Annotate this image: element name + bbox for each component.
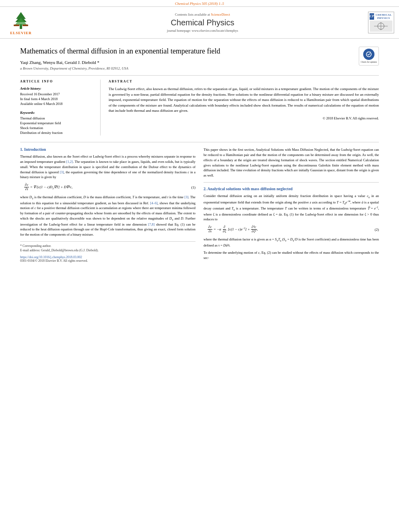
ref-1-2[interactable]: [1,2] bbox=[66, 160, 73, 164]
ref-4-6[interactable]: [4–6] bbox=[150, 201, 157, 205]
doi-link[interactable]: https://doi.org/10.1016/j.chemphys.2018.… bbox=[20, 255, 82, 259]
section-divider bbox=[204, 182, 379, 183]
elsevier-logo: ELSEVIER bbox=[5, 10, 37, 35]
body-right-col: This paper shows in the first section, A… bbox=[204, 147, 379, 263]
elsevier-tree-icon bbox=[9, 10, 33, 30]
journal-title: Chemical Physics bbox=[41, 18, 364, 27]
abstract-column: ABSTRACT The Ludwig-Soret effect, also k… bbox=[109, 80, 379, 136]
article-title: Mathematics of thermal diffusion in an e… bbox=[20, 47, 355, 56]
svg-rect-5 bbox=[23, 25, 28, 26]
sciencedirect-anchor[interactable]: ScienceDirect bbox=[211, 12, 230, 16]
abstract-heading: ABSTRACT bbox=[109, 80, 379, 83]
intro-para-1: Thermal diffusion, also known as the Sor… bbox=[20, 154, 195, 180]
cp-image bbox=[370, 21, 393, 32]
eq-1-number: (1) bbox=[185, 185, 195, 189]
check-updates-badge: Check for updates bbox=[359, 47, 379, 66]
section1-title: 1. Introduction bbox=[20, 147, 195, 152]
sciencedirect-link: Contents lists available at ScienceDirec… bbox=[41, 12, 364, 16]
article-title-text: Mathematics of thermal diffusion in an e… bbox=[20, 47, 355, 70]
journal-citation: Chemical Physics 505 (2018) 1–5 bbox=[0, 0, 399, 6]
svg-rect-4 bbox=[14, 25, 19, 26]
equation-1-block: ∂c ∂t = ∇·[c(1 − c)DT∇T] + D∇²c, (1) bbox=[20, 183, 195, 191]
keyword-1: Thermal diffusion bbox=[20, 116, 94, 120]
journal-homepage: journal homepage: www.elsevier.com/locat… bbox=[41, 29, 364, 33]
badge-inner: Check for updates bbox=[359, 47, 379, 66]
section2-para1: Consider thermal diffusion acting on an … bbox=[204, 193, 379, 222]
final-form-date: In final form 4 March 2018 bbox=[20, 97, 94, 101]
article-authors: Yaqi Zhang, Wenyu Bai, Gerald J. Diebold… bbox=[20, 60, 355, 65]
ref-7-8[interactable]: [7,8] bbox=[148, 222, 154, 226]
article-info-heading: ARTICLE INFO bbox=[20, 80, 94, 83]
author-affiliation: a Brown University, Department of Chemis… bbox=[20, 66, 355, 70]
cp-icon: CP bbox=[370, 13, 374, 20]
available-online-date: Available online 6 March 2018 bbox=[20, 102, 94, 106]
right-intro-para: This paper shows in the first section, A… bbox=[204, 147, 379, 178]
email-footnote: E-mail address: Gerald_Diebold@brown.edu… bbox=[20, 249, 195, 252]
keyword-3: Shock formation bbox=[20, 126, 94, 130]
badge-circle bbox=[363, 49, 374, 60]
logo-top-row: CP CHEMICAL PHYSICS bbox=[370, 13, 393, 20]
journal-header: ELSEVIER Contents lists available at Sci… bbox=[0, 6, 399, 39]
corresponding-footnote: * Corresponding author. bbox=[20, 244, 195, 248]
journal-center-info: Contents lists available at ScienceDirec… bbox=[41, 12, 364, 33]
footnote-section: * Corresponding author. E-mail address: … bbox=[20, 241, 195, 263]
cp-label: CHEMICAL PHYSICS bbox=[375, 13, 393, 20]
body-left-col: 1. Introduction Thermal diffusion, also … bbox=[20, 147, 195, 263]
chemical-physics-logo: CP CHEMICAL PHYSICS bbox=[368, 12, 394, 33]
article-info-column: ARTICLE INFO Article history: Received 1… bbox=[20, 80, 101, 136]
ref-3b[interactable]: [3] bbox=[185, 195, 189, 199]
section2-title: 2. Analytical solutions with mass diffus… bbox=[204, 187, 379, 191]
equation-2-block: ∂c ∂τ = −α ∂ ∂ζ [c(1 − c)e−ζ] + ∂²c bbox=[204, 225, 379, 234]
keyword-4: Distribution of density fraction bbox=[20, 131, 94, 135]
keyword-2: Exponential temperature field bbox=[20, 121, 94, 125]
article-title-section: Mathematics of thermal diffusion in an e… bbox=[20, 47, 379, 70]
eq-2-number: (2) bbox=[369, 228, 379, 232]
ref-3[interactable]: [3] bbox=[60, 170, 64, 174]
info-abstract-columns: ARTICLE INFO Article history: Received 1… bbox=[20, 75, 379, 136]
section2-para2: where the thermal diffusion factor α is … bbox=[204, 237, 379, 248]
elsevier-label: ELSEVIER bbox=[10, 31, 32, 35]
abstract-text: The Ludwig-Soret effect, also known as t… bbox=[109, 86, 379, 114]
issn-footnote: 0301-0104/© 2018 Elsevier B.V. All right… bbox=[20, 259, 195, 263]
body-columns: 1. Introduction Thermal diffusion, also … bbox=[20, 147, 379, 263]
equation-2: ∂c ∂τ = −α ∂ ∂ζ [c(1 − c)e−ζ] + ∂²c bbox=[204, 225, 365, 234]
keywords-section: Keywords: Thermal diffusion Exponential … bbox=[20, 111, 94, 135]
check-badge-text: Check for updates bbox=[361, 61, 377, 64]
equation-1: ∂c ∂t = ∇·[c(1 − c)DT∇T] + D∇²c, bbox=[20, 183, 181, 191]
received-date: Received 16 December 2017 bbox=[20, 92, 94, 96]
intro-para-2: where DT is the thermal diffusion coeffi… bbox=[20, 195, 195, 237]
section2-para3: To determine the underlying motion of c,… bbox=[204, 250, 379, 261]
article-content: Mathematics of thermal diffusion in an e… bbox=[0, 47, 399, 263]
main-body: 1. Introduction Thermal diffusion, also … bbox=[20, 142, 379, 263]
keywords-label: Keywords: bbox=[20, 111, 94, 115]
abstract-copyright: © 2018 Elsevier B.V. All rights reserved… bbox=[109, 116, 379, 120]
article-history-label: Article history: bbox=[20, 86, 94, 90]
